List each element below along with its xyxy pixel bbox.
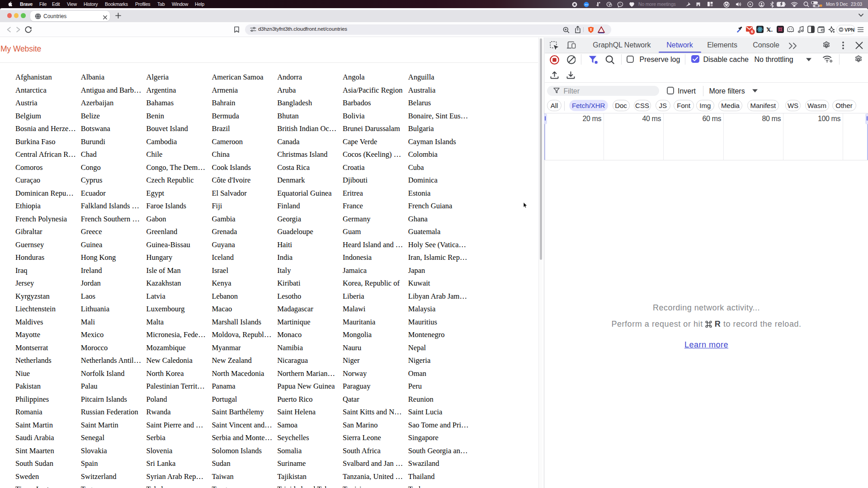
svg-text:zm: zm <box>585 3 588 6</box>
svg-text:6: 6 <box>751 29 753 34</box>
